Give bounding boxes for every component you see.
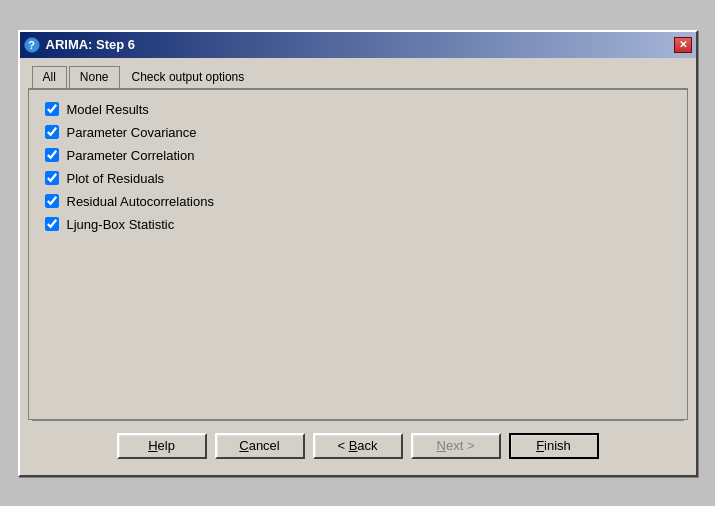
all-tab[interactable]: All xyxy=(32,66,67,88)
window-title: ARIMA: Step 6 xyxy=(46,37,136,52)
tab-bar: All None Check output options xyxy=(28,66,688,90)
checkbox-item-ljung-box: Ljung-Box Statistic xyxy=(45,217,671,232)
label-residual-autocorrelations: Residual Autocorrelations xyxy=(67,194,214,209)
help-button-label: Help xyxy=(148,438,175,453)
checkbox-plot-residuals[interactable] xyxy=(45,171,59,185)
label-plot-residuals: Plot of Residuals xyxy=(67,171,165,186)
back-button[interactable]: < Back xyxy=(313,433,403,459)
finish-button[interactable]: Finish xyxy=(509,433,599,459)
checkbox-param-correlation[interactable] xyxy=(45,148,59,162)
checkbox-item-param-covariance: Parameter Covariance xyxy=(45,125,671,140)
checkbox-item-model-results: Model Results xyxy=(45,102,671,117)
close-button[interactable]: ✕ xyxy=(674,37,692,53)
main-window: ? ARIMA: Step 6 ✕ All None Check output … xyxy=(18,30,698,477)
title-bar: ? ARIMA: Step 6 ✕ xyxy=(20,32,696,58)
finish-button-label: Finish xyxy=(536,438,571,453)
label-param-covariance: Parameter Covariance xyxy=(67,125,197,140)
title-left: ? ARIMA: Step 6 xyxy=(24,37,136,53)
help-button[interactable]: Help xyxy=(117,433,207,459)
cancel-button-label: Cancel xyxy=(239,438,279,453)
content-area: Model Results Parameter Covariance Param… xyxy=(28,90,688,420)
divider xyxy=(32,420,684,421)
label-model-results: Model Results xyxy=(67,102,149,117)
window-body: All None Check output options Model Resu… xyxy=(20,58,696,475)
cancel-button[interactable]: Cancel xyxy=(215,433,305,459)
none-tab[interactable]: None xyxy=(69,66,120,88)
label-param-correlation: Parameter Correlation xyxy=(67,148,195,163)
next-button[interactable]: Next > xyxy=(411,433,501,459)
next-button-label: Next > xyxy=(437,438,475,453)
help-icon: ? xyxy=(24,37,40,53)
checkbox-param-covariance[interactable] xyxy=(45,125,59,139)
label-ljung-box: Ljung-Box Statistic xyxy=(67,217,175,232)
button-row: Help Cancel < Back Next > Finish xyxy=(28,425,688,467)
tab-header-label: Check output options xyxy=(122,66,255,88)
checkbox-residual-autocorrelations[interactable] xyxy=(45,194,59,208)
checkbox-ljung-box[interactable] xyxy=(45,217,59,231)
checkbox-item-param-correlation: Parameter Correlation xyxy=(45,148,671,163)
checkbox-model-results[interactable] xyxy=(45,102,59,116)
checkbox-item-residual-autocorrelations: Residual Autocorrelations xyxy=(45,194,671,209)
back-button-label: < Back xyxy=(337,438,377,453)
checkbox-item-plot-residuals: Plot of Residuals xyxy=(45,171,671,186)
